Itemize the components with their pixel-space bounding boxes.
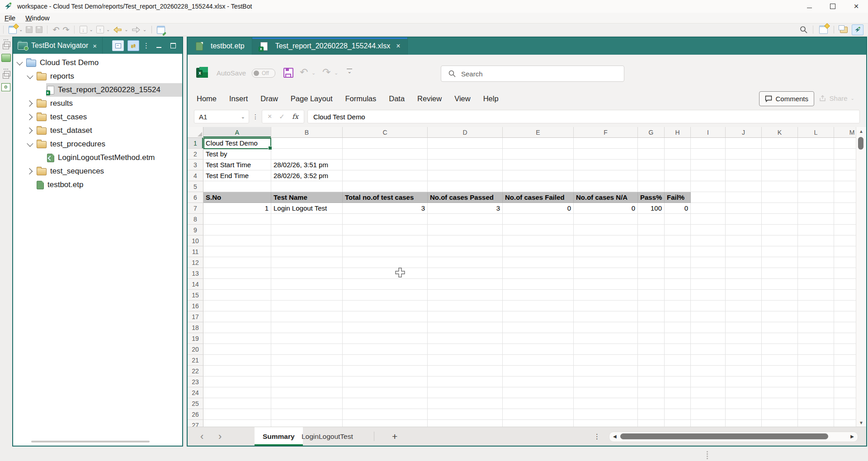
cell-M15[interactable] [834, 290, 856, 301]
cell-F18[interactable] [574, 322, 638, 333]
cell-E26[interactable] [503, 409, 574, 420]
cell-A15[interactable] [203, 290, 271, 301]
cell-F15[interactable] [574, 290, 638, 301]
cell-E8[interactable] [503, 214, 574, 225]
cell-H10[interactable] [665, 235, 691, 246]
enter-icon[interactable]: ✓ [279, 113, 285, 121]
cell-C17[interactable] [343, 311, 428, 322]
cell-E1[interactable] [503, 138, 574, 149]
cell-E13[interactable] [503, 268, 574, 279]
cell-A24[interactable] [203, 387, 271, 398]
cell-M19[interactable] [834, 333, 856, 344]
cell-E22[interactable] [503, 366, 574, 376]
cell-L27[interactable] [798, 420, 834, 427]
cell-E11[interactable] [503, 246, 574, 257]
new-wizard-dropdown-icon[interactable]: ⌄ [19, 27, 23, 32]
cell-H16[interactable] [665, 301, 691, 311]
cell-K11[interactable] [762, 246, 798, 257]
cell-J11[interactable] [726, 246, 762, 257]
cell-L17[interactable] [798, 311, 834, 322]
cell-G16[interactable] [638, 301, 665, 311]
cell-M24[interactable] [834, 387, 856, 398]
cell-C16[interactable] [343, 301, 428, 311]
cell-H23[interactable] [665, 376, 691, 387]
cell-C11[interactable] [343, 246, 428, 257]
cell-I26[interactable] [691, 409, 726, 420]
cell-M27[interactable] [834, 420, 856, 427]
row-header-21[interactable]: 21 [188, 355, 203, 366]
row-header-5[interactable]: 5 [188, 181, 203, 192]
cell-I21[interactable] [691, 355, 726, 366]
cell-A3[interactable]: Test Start Time [203, 160, 271, 170]
cell-C3[interactable] [343, 160, 428, 170]
cell-J20[interactable] [726, 344, 762, 355]
cell-I14[interactable] [691, 279, 726, 290]
cell-F3[interactable] [574, 160, 638, 170]
cell-I7[interactable] [691, 203, 726, 214]
tree-item-test-sequences[interactable]: test_sequences [13, 165, 182, 178]
cell-D8[interactable] [428, 214, 503, 225]
cell-D1[interactable] [428, 138, 503, 149]
next-annotation-dropdown-icon[interactable]: ⌄ [90, 27, 93, 32]
cell-J15[interactable] [726, 290, 762, 301]
cell-I23[interactable] [691, 376, 726, 387]
cell-C13[interactable] [343, 268, 428, 279]
cell-A23[interactable] [203, 376, 271, 387]
cell-A12[interactable] [203, 257, 271, 268]
cell-D19[interactable] [428, 333, 503, 344]
cell-F24[interactable] [574, 387, 638, 398]
formula-input[interactable]: Cloud Test Demo [307, 110, 860, 123]
cell-G13[interactable] [638, 268, 665, 279]
cell-C12[interactable] [343, 257, 428, 268]
cell-B12[interactable] [271, 257, 343, 268]
horizontal-scrollbar[interactable]: ◀ ▶ [609, 432, 858, 442]
column-header-H[interactable]: H [665, 127, 691, 138]
cell-A13[interactable] [203, 268, 271, 279]
cell-M25[interactable] [834, 398, 856, 409]
cell-G5[interactable] [638, 181, 665, 192]
cell-C24[interactable] [343, 387, 428, 398]
cell-B27[interactable] [271, 420, 343, 427]
column-header-K[interactable]: K [762, 127, 798, 138]
cell-A20[interactable] [203, 344, 271, 355]
restore-view-icon[interactable] [3, 73, 9, 79]
next-sheet-icon[interactable]: › [218, 427, 222, 446]
cell-B20[interactable] [271, 344, 343, 355]
cell-I12[interactable] [691, 257, 726, 268]
tree-item-test-procedures[interactable]: test_procedures [13, 137, 182, 151]
cell-F10[interactable] [574, 235, 638, 246]
maximize-button[interactable] [821, 0, 844, 13]
cell-J18[interactable] [726, 322, 762, 333]
search-icon[interactable] [800, 26, 807, 33]
cell-K25[interactable] [762, 398, 798, 409]
tree-item-test-dataset[interactable]: test_dataset [13, 124, 182, 137]
search-box[interactable]: Search [441, 66, 624, 82]
cell-H15[interactable] [665, 290, 691, 301]
cell-G7[interactable]: 100 [638, 203, 665, 214]
cell-K7[interactable] [762, 203, 798, 214]
cell-D25[interactable] [428, 398, 503, 409]
row-header-23[interactable]: 23 [188, 376, 203, 387]
vertical-scrollbar-thumb[interactable] [858, 137, 863, 150]
cell-D22[interactable] [428, 366, 503, 376]
cell-M13[interactable] [834, 268, 856, 279]
cell-H13[interactable] [665, 268, 691, 279]
chevron-collapsed-icon[interactable] [26, 114, 33, 120]
cell-F17[interactable] [574, 311, 638, 322]
vertical-scrollbar[interactable]: ▲ ▼ [856, 127, 866, 427]
chevron-collapsed-icon[interactable] [26, 168, 33, 174]
cell-E27[interactable] [503, 420, 574, 427]
ribbon-tab-review[interactable]: Review [417, 94, 442, 103]
cell-I22[interactable] [691, 366, 726, 376]
close-button[interactable]: × [844, 0, 868, 13]
scroll-right-icon[interactable]: ▶ [850, 434, 854, 439]
cell-K9[interactable] [762, 225, 798, 235]
ribbon-tab-help[interactable]: Help [483, 94, 499, 103]
cell-L25[interactable] [798, 398, 834, 409]
cell-H20[interactable] [665, 344, 691, 355]
cell-M16[interactable] [834, 301, 856, 311]
redo-dropdown-icon[interactable]: ⌄ [334, 70, 338, 76]
cell-H26[interactable] [665, 409, 691, 420]
comments-button[interactable]: Comments [759, 91, 814, 106]
cell-L14[interactable] [798, 279, 834, 290]
